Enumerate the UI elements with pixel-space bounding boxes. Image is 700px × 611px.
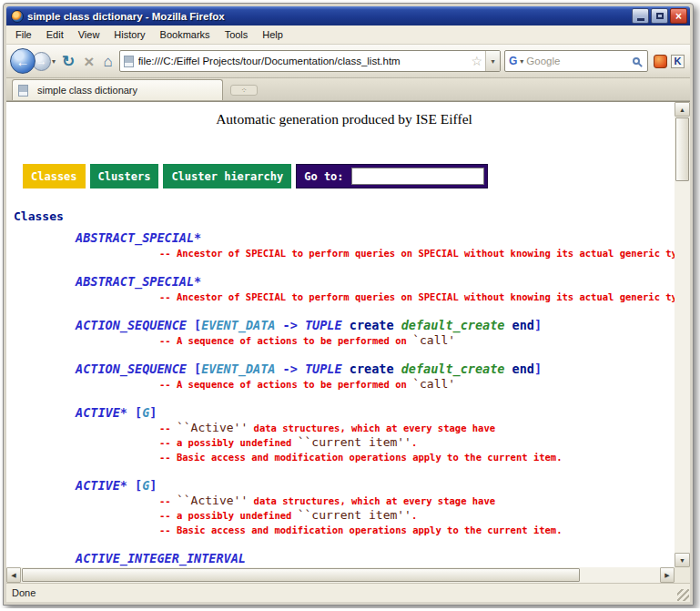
tab-strip-stub[interactable]: ⁘ xyxy=(230,85,258,96)
addon-icon-1[interactable] xyxy=(654,55,667,68)
goto-input[interactable] xyxy=(351,168,484,185)
search-input[interactable] xyxy=(526,56,630,66)
document-page: Automatic generation produced by ISE Eif… xyxy=(6,102,675,567)
classes-button[interactable]: Classes xyxy=(23,164,86,188)
class-entry: ABSTRACT_SPECIAL*-- Ancestor of SPECIAL … xyxy=(14,274,675,303)
url-dropdown-button[interactable]: ▾ xyxy=(485,51,500,71)
window-title: simple class dictionary - Mozilla Firefo… xyxy=(27,11,632,22)
doc-nav-row: Classes Clusters Cluster hierarchy Go to… xyxy=(23,164,675,188)
tab-simple-class-dictionary[interactable]: simple class dictionary xyxy=(12,79,223,100)
maximize-icon xyxy=(656,13,664,19)
title-bar[interactable]: simple class dictionary - Mozilla Firefo… xyxy=(6,6,690,25)
page-title: Automatic generation produced by ISE Eif… xyxy=(14,111,675,127)
class-comment: -- A sequence of actions to be performed… xyxy=(14,376,675,391)
url-text[interactable]: file:///C:/Eiffel Projects/tour/Document… xyxy=(138,56,469,66)
class-comment: -- Ancestor of SPECIAL to perform querie… xyxy=(14,245,675,260)
menu-bookmarks[interactable]: Bookmarks xyxy=(153,26,218,43)
close-button[interactable]: × xyxy=(670,8,687,24)
goto-group: Go to: xyxy=(296,164,487,188)
class-comment: -- Basic access and modification operati… xyxy=(14,522,675,536)
reload-button[interactable]: ↻ xyxy=(59,54,77,69)
class-comment: -- ``Active'' data structures, which at … xyxy=(14,420,675,434)
clusters-button[interactable]: Clusters xyxy=(90,164,159,188)
class-entry: ACTION_SEQUENCE [EVENT_DATA -> TUPLE cre… xyxy=(14,362,675,391)
firefox-window: simple class dictionary - Mozilla Firefo… xyxy=(3,3,694,606)
status-text: Done xyxy=(12,587,36,598)
menu-view[interactable]: View xyxy=(71,26,107,43)
menu-bar: File Edit View History Bookmarks Tools H… xyxy=(6,25,690,45)
class-entry: ABSTRACT_SPECIAL*-- Ancestor of SPECIAL … xyxy=(14,230,675,260)
class-comment: -- a possibly undefined ``current item''… xyxy=(14,507,675,522)
class-entry: ACTIVE* [G]-- ``Active'' data structures… xyxy=(14,478,675,536)
menu-history[interactable]: History xyxy=(107,26,152,43)
minimize-button[interactable] xyxy=(632,8,649,24)
class-link[interactable]: ACTIVE* [G] xyxy=(14,405,675,420)
status-bar: Done xyxy=(6,583,690,602)
resize-grip[interactable] xyxy=(677,589,689,601)
cluster-hierarchy-button[interactable]: Cluster hierarchy xyxy=(163,164,291,188)
menu-tools[interactable]: Tools xyxy=(218,26,256,43)
class-link[interactable]: ABSTRACT_SPECIAL* xyxy=(14,230,675,245)
scroll-right-button[interactable]: ▶ xyxy=(660,567,675,583)
bookmark-star-icon[interactable]: ☆ xyxy=(468,54,485,68)
navigation-toolbar: ← → ▾ ↻ × ⌂ file:///C:/Eiffel Projects/t… xyxy=(6,45,690,78)
classes-section-title: Classes xyxy=(14,209,675,224)
url-bar[interactable]: file:///C:/Eiffel Projects/tour/Document… xyxy=(119,50,501,72)
class-link[interactable]: ABSTRACT_SPECIAL* xyxy=(14,274,675,289)
vertical-scrollbar-thumb[interactable] xyxy=(675,117,689,181)
class-comment: -- Basic access and modification operati… xyxy=(14,449,675,463)
class-comment: -- a possibly undefined ``current item''… xyxy=(14,434,675,449)
menu-help[interactable]: Help xyxy=(255,26,290,43)
home-button[interactable]: ⌂ xyxy=(100,54,115,69)
minimize-icon xyxy=(637,18,644,21)
browser-viewport: Automatic generation produced by ISE Eif… xyxy=(6,101,690,583)
class-link[interactable]: ACTION_SEQUENCE [EVENT_DATA -> TUPLE cre… xyxy=(14,318,675,332)
scroll-up-button[interactable]: ▲ xyxy=(675,102,690,117)
scroll-down-button[interactable]: ▼ xyxy=(675,553,690,567)
firefox-app-icon xyxy=(11,10,24,23)
horizontal-scrollbar-thumb[interactable] xyxy=(22,568,580,582)
class-link[interactable]: ACTION_SEQUENCE [EVENT_DATA -> TUPLE cre… xyxy=(14,362,675,376)
back-button[interactable]: ← xyxy=(10,48,36,74)
scroll-left-button[interactable]: ◀ xyxy=(6,567,21,583)
menu-file[interactable]: File xyxy=(8,26,39,43)
class-comment: -- Ancestor of SPECIAL to perform querie… xyxy=(14,289,675,303)
horizontal-scrollbar[interactable]: ◀ ▶ xyxy=(6,567,675,583)
scrollbar-corner xyxy=(675,567,690,583)
maximize-button[interactable] xyxy=(651,8,668,24)
class-entry: ACTIVE_INTEGER_INTERVAL xyxy=(14,551,675,565)
search-engine-dropdown-icon[interactable]: ▾ xyxy=(520,57,523,66)
class-link[interactable]: ACTIVE* [G] xyxy=(14,478,675,493)
class-comment: -- ``Active'' data structures, which at … xyxy=(14,493,675,507)
history-dropdown-icon[interactable]: ▾ xyxy=(52,57,56,66)
class-link[interactable]: ACTIVE_INTEGER_INTERVAL xyxy=(14,551,675,565)
page-favicon xyxy=(124,56,134,67)
class-entries: ABSTRACT_SPECIAL*-- Ancestor of SPECIAL … xyxy=(14,230,675,565)
class-entry: ACTIVE* [G]-- ``Active'' data structures… xyxy=(14,405,675,463)
search-magnifier-icon[interactable] xyxy=(633,57,640,65)
stop-button[interactable]: × xyxy=(81,53,96,70)
tab-bar: simple class dictionary ⁘ xyxy=(6,78,690,101)
tab-label: simple class dictionary xyxy=(37,85,137,96)
class-comment: -- A sequence of actions to be performed… xyxy=(14,332,675,347)
class-entry: ACTION_SEQUENCE [EVENT_DATA -> TUPLE cre… xyxy=(14,318,675,347)
menu-edit[interactable]: Edit xyxy=(39,26,71,43)
vertical-scrollbar[interactable]: ▲ ▼ xyxy=(675,102,690,567)
tab-favicon xyxy=(18,85,28,97)
google-engine-icon[interactable]: G xyxy=(509,55,517,67)
search-box[interactable]: G ▾ xyxy=(504,50,648,72)
addon-icon-2[interactable]: K xyxy=(671,55,685,68)
goto-label: Go to: xyxy=(297,170,350,183)
